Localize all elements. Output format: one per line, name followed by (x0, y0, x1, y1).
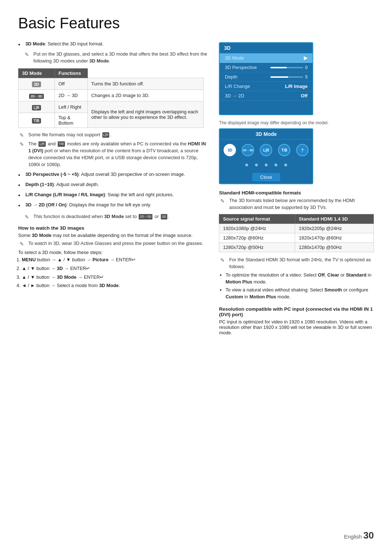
tv-mode-box: 3D Mode 3D 2D→3D L|R T/B (219, 128, 313, 184)
how-to-watch-para1: Some 3D Mode may not be available depend… (18, 233, 207, 238)
tv-mode-icon-extra: ? (296, 144, 309, 157)
tv-mode-title: 3D Mode (220, 129, 313, 140)
hdmi-standard-2: 1820x1470p @60Hz (295, 233, 374, 242)
depth-bar-fill (270, 76, 289, 78)
icon-circle-2d3d: 2D→3D (242, 144, 254, 156)
bullet-3d2d-text: 3D → 2D (Off / On): Displays the image f… (25, 202, 151, 210)
hdmi-standard-1: 1920x2205p @24Hz (295, 223, 374, 233)
mode-2d3d-desc: Changes a 2D image to 3D. (87, 89, 203, 101)
table-row: 1920x1080p @24Hz 1920x2205p @24Hz (219, 223, 374, 233)
mode-icon-2d3d: 2D→3D (19, 89, 55, 101)
tv-menu-row-3dmode: 3D Mode ▶ (220, 53, 313, 63)
tv-mode-icon-3d: 3D (224, 144, 236, 157)
note-icon-1: ✎ (20, 132, 26, 139)
tv-3d-menu: 3D 3D Mode ▶ 3D Perspective 0 Depth (219, 42, 313, 115)
mode-icon-lr: L|R (19, 101, 55, 113)
left-column: • 3D Mode: Select the 3D input format. ✎… (18, 41, 207, 335)
note-icon-pencil: ✎ (25, 51, 31, 65)
hdmi-table: Source signal format Standard HDMI 1.4 3… (219, 214, 374, 252)
bullet-lr-change-text: L/R Change (L/R Image / R/L Image): Swap… (25, 192, 174, 200)
note-icon-5: ✎ (220, 257, 227, 270)
sub-note-1: To optimize the resolution of a video: S… (225, 272, 374, 286)
note-icon-4: ✎ (20, 240, 26, 247)
step-3: ▲ / ▼ button → 3D Mode → ENTER↵ (22, 274, 207, 281)
note-24hz: ✎ For the Standard HDMI 3D format with 2… (220, 257, 374, 270)
mode-lr-tb-desc: Displays the left and right images overl… (87, 101, 203, 128)
depth-bar-track (270, 76, 303, 78)
steps-list: MENU button → ▲ / ▼ button → Picture → E… (22, 257, 207, 289)
mode-table: 3D Mode Functions 3D Off Turns the 3D fu… (18, 68, 204, 128)
mode-tb: Top & Bottom (55, 113, 88, 128)
mode-lr: Left / Right (55, 101, 88, 113)
tv-menu-row-depth: Depth 5 (220, 72, 313, 82)
table-row: 1280x720p @50Hz 1280x1470p @50Hz (219, 242, 374, 252)
bullet-perspective-text: 3D Perspective (-5 ~ +5): Adjust overall… (25, 171, 185, 179)
bullet-dot-perspective: • (18, 171, 23, 179)
intro-note-text: Put on the 3D glasses, and select a 3D m… (33, 51, 207, 65)
tv-mode-icon-lr: L|R (260, 144, 272, 157)
table-row: 2D→3D 2D → 3D Changes a 2D image to 3D. (19, 89, 204, 101)
how-to-watch-title: How to watch the 3D images (18, 225, 207, 231)
standard-sub-notes: To optimize the resolution of a video: S… (225, 272, 374, 300)
hdmi-header-source: Source signal format (219, 214, 295, 223)
step-4: ◄ / ► button → Select a mode from 3D Mod… (22, 282, 207, 289)
tv-menu-row-lr-change: L/R Change L/R Image (220, 82, 313, 91)
small-icon-2d3d: 2D→3D (139, 214, 152, 219)
mode-2d3d: 2D → 3D (55, 89, 88, 101)
deactivate-note: ✎ This function is deactivated when 3D M… (25, 213, 207, 221)
tv-menu-row-perspective: 3D Perspective 0 (220, 63, 313, 72)
table-row: L|R Left / Right Displays the left and r… (19, 101, 204, 113)
tv-mode-close-area: Close (220, 171, 313, 184)
close-button[interactable]: Close (252, 173, 280, 181)
dot-1: ● (245, 161, 249, 169)
tv-mode-dots-row: ● ● ● ● ● (220, 160, 313, 171)
pc-section-text: PC input is optimized for video in 1920 … (219, 319, 374, 335)
sub-note-2: To view a natural video without shaking:… (225, 287, 374, 301)
icon-circle-tb: T/B (278, 144, 290, 156)
bullet-dot: • (18, 40, 23, 49)
mode-table-header-mode: 3D Mode (19, 68, 55, 78)
small-icon-tb2: T/B (58, 141, 65, 147)
icon-circle-extra: ? (296, 144, 309, 156)
small-icon-3d: 3D (161, 214, 167, 219)
tv-menu-row-3d2d: 3D → 2D Off (220, 91, 313, 101)
tv-menu-spacer (220, 101, 313, 114)
mode-icon-off: 3D (19, 78, 55, 89)
perspective-bar-track (270, 67, 303, 68)
steps-intro: To select a 3D mode, follow these steps: (18, 250, 207, 255)
hdmi-source-2: 1280x720p @60Hz (219, 233, 295, 242)
dot-4: ● (274, 161, 278, 169)
note-glasses: ✎ To watch in 3D, wear 3D Active Glasses… (20, 240, 207, 247)
tv-mode-icon-2d3d: 2D→3D (242, 144, 254, 157)
note-icon-hdmi: ✎ (220, 197, 227, 211)
language-label: English (344, 533, 363, 540)
hdmi-header-standard: Standard HDMI 1.4 3D (295, 214, 374, 223)
mode-table-header-functions: Functions (55, 68, 88, 78)
tv-menu-title: 3D (220, 43, 313, 53)
note-icon-2: ✎ (20, 141, 26, 168)
step-2: ▲ / ▼ button → 3D → ENTER↵ (22, 265, 207, 272)
mode-off-desc: Turns the 3D function off. (87, 78, 203, 89)
mode-off: Off (55, 78, 88, 89)
note-hdmi: ✎ The L|R and T/B modes are only availab… (20, 141, 207, 168)
note-hdmi-formats: ✎ The 3D formats listed below are recomm… (220, 197, 374, 211)
pc-section-title: Resolution compatible with PC input (con… (219, 306, 374, 317)
dot-5: ● (284, 161, 288, 169)
table-row: 3D Off Turns the 3D function off. (19, 78, 204, 89)
bullet-dot-lr-change: • (18, 191, 23, 200)
perspective-bar-fill (270, 67, 287, 68)
tv-mode-icons-row: 3D 2D→3D L|R T/B ? (220, 140, 313, 160)
intro-bullet-text: 3D Mode: Select the 3D input format. (25, 41, 103, 49)
icon-circle-3d: 3D (224, 144, 236, 156)
hdmi-source-3: 1280x720p @50Hz (219, 242, 295, 252)
bullet-depth-text: Depth (1~10): Adjust overall depth. (25, 181, 99, 189)
page-number: 30 (363, 530, 374, 541)
hdmi-source-1: 1920x1080p @24Hz (219, 223, 295, 233)
dot-3: ● (264, 161, 268, 169)
bullet-dot-depth: • (18, 181, 23, 189)
hdmi-section-title: Standard HDMI-compatible formats (219, 190, 374, 196)
small-icon-lr2: L|R (38, 141, 46, 147)
icon-circle-lr: L|R (260, 144, 272, 156)
bullet-dot-3d2d: • (18, 201, 23, 210)
dot-2: ● (254, 161, 258, 169)
